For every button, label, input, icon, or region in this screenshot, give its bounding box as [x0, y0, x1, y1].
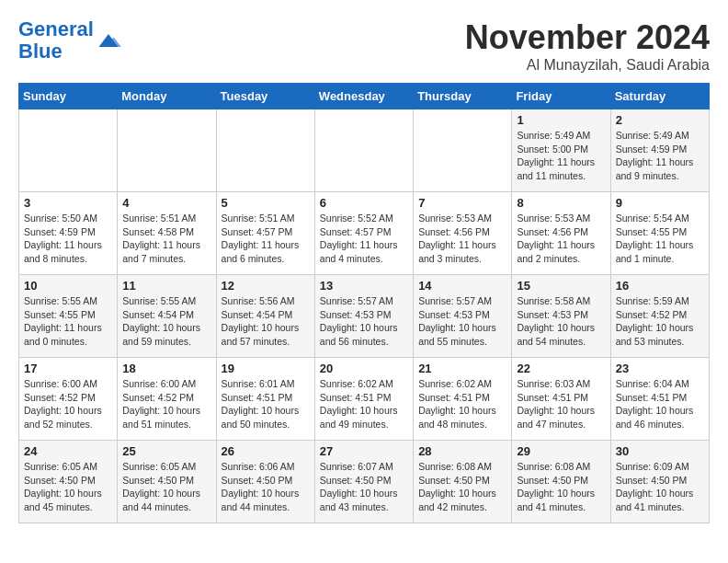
day-number: 29: [517, 444, 605, 458]
page-header: GeneralBlue November 2024 Al Munayzilah,…: [18, 18, 710, 74]
calendar-day-cell: 23Sunrise: 6:04 AM Sunset: 4:51 PM Dayli…: [610, 358, 709, 441]
calendar-week-row: 10Sunrise: 5:55 AM Sunset: 4:55 PM Dayli…: [19, 275, 710, 358]
day-number: 25: [122, 444, 210, 458]
day-info: Sunrise: 6:03 AM Sunset: 4:51 PM Dayligh…: [517, 377, 605, 431]
day-info: Sunrise: 5:52 AM Sunset: 4:57 PM Dayligh…: [320, 212, 408, 266]
calendar-day-cell: [216, 109, 314, 192]
calendar-day-cell: [414, 109, 512, 192]
day-info: Sunrise: 6:01 AM Sunset: 4:51 PM Dayligh…: [222, 377, 310, 431]
day-info: Sunrise: 6:08 AM Sunset: 4:50 PM Dayligh…: [517, 460, 605, 514]
day-info: Sunrise: 5:49 AM Sunset: 4:59 PM Dayligh…: [616, 129, 704, 183]
day-number: 2: [616, 113, 704, 127]
calendar-week-row: 17Sunrise: 6:00 AM Sunset: 4:52 PM Dayli…: [19, 358, 710, 441]
calendar-day-cell: 3Sunrise: 5:50 AM Sunset: 4:59 PM Daylig…: [19, 192, 118, 275]
day-info: Sunrise: 6:07 AM Sunset: 4:50 PM Dayligh…: [320, 460, 408, 514]
day-number: 23: [616, 362, 704, 375]
day-number: 27: [320, 444, 408, 458]
calendar-week-row: 24Sunrise: 6:05 AM Sunset: 4:50 PM Dayli…: [19, 441, 710, 523]
day-number: 20: [320, 362, 408, 375]
logo-icon: [96, 28, 121, 53]
calendar-day-cell: 22Sunrise: 6:03 AM Sunset: 4:51 PM Dayli…: [512, 358, 610, 441]
calendar-header-row: SundayMondayTuesdayWednesdayThursdayFrid…: [19, 84, 710, 109]
day-number: 11: [122, 279, 210, 293]
calendar-week-row: 3Sunrise: 5:50 AM Sunset: 4:59 PM Daylig…: [19, 192, 710, 275]
day-number: 6: [320, 196, 408, 210]
calendar-day-cell: 26Sunrise: 6:06 AM Sunset: 4:50 PM Dayli…: [216, 441, 314, 523]
day-info: Sunrise: 5:55 AM Sunset: 4:54 PM Dayligh…: [122, 294, 210, 349]
calendar-day-cell: 30Sunrise: 6:09 AM Sunset: 4:50 PM Dayli…: [610, 441, 709, 523]
calendar-day-cell: 8Sunrise: 5:53 AM Sunset: 4:56 PM Daylig…: [512, 192, 610, 275]
calendar-day-cell: [314, 109, 413, 192]
day-number: 12: [222, 279, 310, 293]
day-of-week-header: Saturday: [610, 84, 709, 109]
day-info: Sunrise: 5:54 AM Sunset: 4:55 PM Dayligh…: [616, 212, 704, 266]
day-info: Sunrise: 5:49 AM Sunset: 5:00 PM Dayligh…: [517, 129, 605, 183]
calendar-day-cell: 17Sunrise: 6:00 AM Sunset: 4:52 PM Dayli…: [19, 358, 118, 441]
calendar-day-cell: 18Sunrise: 6:00 AM Sunset: 4:52 PM Dayli…: [118, 358, 216, 441]
day-info: Sunrise: 5:50 AM Sunset: 4:59 PM Dayligh…: [24, 212, 112, 266]
day-info: Sunrise: 5:55 AM Sunset: 4:55 PM Dayligh…: [24, 294, 112, 349]
logo-text: GeneralBlue: [18, 18, 94, 63]
calendar-day-cell: 29Sunrise: 6:08 AM Sunset: 4:50 PM Dayli…: [512, 441, 610, 523]
day-number: 1: [517, 113, 605, 127]
day-of-week-header: Sunday: [19, 84, 118, 109]
calendar-day-cell: 4Sunrise: 5:51 AM Sunset: 4:58 PM Daylig…: [118, 192, 216, 275]
calendar-day-cell: 27Sunrise: 6:07 AM Sunset: 4:50 PM Dayli…: [314, 441, 413, 523]
day-info: Sunrise: 6:05 AM Sunset: 4:50 PM Dayligh…: [122, 460, 210, 514]
day-number: 3: [24, 196, 112, 210]
day-number: 9: [616, 196, 704, 210]
calendar-day-cell: 14Sunrise: 5:57 AM Sunset: 4:53 PM Dayli…: [414, 275, 512, 358]
calendar-day-cell: 12Sunrise: 5:56 AM Sunset: 4:54 PM Dayli…: [216, 275, 314, 358]
title-block: November 2024 Al Munayzilah, Saudi Arabi…: [465, 18, 710, 74]
day-info: Sunrise: 5:53 AM Sunset: 4:56 PM Dayligh…: [418, 212, 506, 266]
day-info: Sunrise: 5:51 AM Sunset: 4:57 PM Dayligh…: [222, 212, 310, 266]
day-number: 8: [517, 196, 605, 210]
day-info: Sunrise: 6:02 AM Sunset: 4:51 PM Dayligh…: [418, 377, 506, 431]
day-number: 4: [122, 196, 210, 210]
day-number: 28: [418, 444, 506, 458]
calendar-day-cell: 25Sunrise: 6:05 AM Sunset: 4:50 PM Dayli…: [118, 441, 216, 523]
calendar-day-cell: 28Sunrise: 6:08 AM Sunset: 4:50 PM Dayli…: [414, 441, 512, 523]
calendar-day-cell: 13Sunrise: 5:57 AM Sunset: 4:53 PM Dayli…: [314, 275, 413, 358]
calendar-table: SundayMondayTuesdayWednesdayThursdayFrid…: [18, 83, 710, 523]
calendar-day-cell: 10Sunrise: 5:55 AM Sunset: 4:55 PM Dayli…: [19, 275, 118, 358]
location-title: Al Munayzilah, Saudi Arabia: [465, 57, 710, 74]
day-number: 16: [616, 279, 704, 293]
day-number: 10: [24, 279, 112, 293]
day-info: Sunrise: 6:08 AM Sunset: 4:50 PM Dayligh…: [418, 460, 506, 514]
calendar-week-row: 1Sunrise: 5:49 AM Sunset: 5:00 PM Daylig…: [19, 109, 710, 192]
calendar-day-cell: [118, 109, 216, 192]
day-info: Sunrise: 6:06 AM Sunset: 4:50 PM Dayligh…: [222, 460, 310, 514]
calendar-day-cell: 1Sunrise: 5:49 AM Sunset: 5:00 PM Daylig…: [512, 109, 610, 192]
day-number: 15: [517, 279, 605, 293]
day-of-week-header: Wednesday: [314, 84, 413, 109]
day-info: Sunrise: 6:00 AM Sunset: 4:52 PM Dayligh…: [122, 377, 210, 431]
day-info: Sunrise: 5:56 AM Sunset: 4:54 PM Dayligh…: [222, 294, 310, 349]
day-number: 18: [122, 362, 210, 375]
day-info: Sunrise: 5:53 AM Sunset: 4:56 PM Dayligh…: [517, 212, 605, 266]
day-of-week-header: Tuesday: [216, 84, 314, 109]
day-info: Sunrise: 5:59 AM Sunset: 4:52 PM Dayligh…: [616, 294, 704, 349]
calendar-day-cell: 20Sunrise: 6:02 AM Sunset: 4:51 PM Dayli…: [314, 358, 413, 441]
day-number: 19: [222, 362, 310, 375]
day-info: Sunrise: 6:04 AM Sunset: 4:51 PM Dayligh…: [616, 377, 704, 431]
calendar-day-cell: 6Sunrise: 5:52 AM Sunset: 4:57 PM Daylig…: [314, 192, 413, 275]
day-number: 24: [24, 444, 112, 458]
day-number: 7: [418, 196, 506, 210]
day-number: 22: [517, 362, 605, 375]
day-of-week-header: Monday: [118, 84, 216, 109]
month-title: November 2024: [465, 18, 710, 57]
calendar-day-cell: 5Sunrise: 5:51 AM Sunset: 4:57 PM Daylig…: [216, 192, 314, 275]
day-info: Sunrise: 5:57 AM Sunset: 4:53 PM Dayligh…: [320, 294, 408, 349]
day-of-week-header: Friday: [512, 84, 610, 109]
logo: GeneralBlue: [18, 18, 121, 63]
day-info: Sunrise: 6:02 AM Sunset: 4:51 PM Dayligh…: [320, 377, 408, 431]
day-number: 26: [222, 444, 310, 458]
calendar-day-cell: 24Sunrise: 6:05 AM Sunset: 4:50 PM Dayli…: [19, 441, 118, 523]
calendar-day-cell: [19, 109, 118, 192]
day-info: Sunrise: 6:09 AM Sunset: 4:50 PM Dayligh…: [616, 460, 704, 514]
calendar-day-cell: 19Sunrise: 6:01 AM Sunset: 4:51 PM Dayli…: [216, 358, 314, 441]
day-number: 30: [616, 444, 704, 458]
calendar-day-cell: 16Sunrise: 5:59 AM Sunset: 4:52 PM Dayli…: [610, 275, 709, 358]
day-info: Sunrise: 6:00 AM Sunset: 4:52 PM Dayligh…: [24, 377, 112, 431]
